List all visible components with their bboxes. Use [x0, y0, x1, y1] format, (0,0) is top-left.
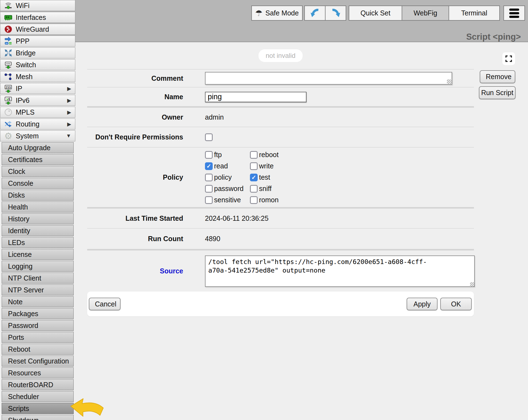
sidebar-item-reset-configuration[interactable]: Reset Configuration: [2, 356, 74, 367]
fullscreen-button[interactable]: [502, 52, 515, 65]
source-row: Source /tool fetch url="https://hc-ping.…: [87, 249, 474, 292]
comment-label: Comment: [87, 74, 183, 82]
routing-icon: [3, 119, 14, 129]
ip-icon: 255: [3, 84, 14, 93]
policy-option-reboot: reboot: [250, 151, 279, 159]
sidebar-item-auto-upgrade[interactable]: Auto Upgrade: [2, 142, 74, 153]
safe-mode-label: Safe Mode: [265, 9, 299, 17]
sidebar-item-identity[interactable]: Identity: [2, 225, 74, 236]
name-row: Name: [87, 87, 474, 106]
sidebar-item-resources[interactable]: Resources: [2, 367, 74, 378]
tab-quick-set[interactable]: Quick Set: [349, 6, 402, 21]
svg-text:v6: v6: [6, 97, 10, 101]
policy-option-policy: policy: [205, 174, 250, 181]
sidebar-item-mpls[interactable]: MPLS ▶: [0, 107, 75, 118]
policy-option-write: write: [250, 162, 279, 170]
sidebar-item-logging[interactable]: Logging: [2, 261, 74, 272]
wifi-icon: [3, 1, 14, 10]
sidebar-item-interfaces[interactable]: Interfaces: [0, 12, 75, 23]
dont-require-permissions-checkbox[interactable]: [205, 133, 213, 141]
test-checkbox[interactable]: [250, 174, 258, 181]
chevron-right-icon: ▶: [67, 97, 71, 104]
sidebar-item-reboot[interactable]: Reboot: [2, 344, 74, 355]
tab-terminal[interactable]: Terminal: [449, 6, 500, 21]
ftp-checkbox[interactable]: [205, 151, 213, 159]
sniff-checkbox[interactable]: [250, 185, 258, 193]
sidebar-item-history[interactable]: History: [2, 213, 74, 224]
sidebar-item-scheduler[interactable]: Scheduler: [2, 391, 74, 402]
status-badge: not invalid: [258, 49, 303, 62]
cancel-button[interactable]: Cancel: [89, 298, 121, 310]
sidebar-item-health[interactable]: Health: [2, 201, 74, 212]
sidebar-item-ip[interactable]: 255 IP ▶: [0, 83, 75, 94]
undo-button[interactable]: [304, 6, 326, 21]
sidebar-item-ports[interactable]: Ports: [2, 332, 74, 343]
ppp-icon: [3, 36, 14, 46]
owner-value: admin: [205, 113, 224, 121]
reboot-checkbox[interactable]: [250, 151, 258, 159]
last-time-started-label: Last Time Started: [87, 214, 183, 222]
sidebar-item-routing[interactable]: Routing ▶: [0, 119, 75, 130]
tab-webfig[interactable]: WebFig: [402, 6, 449, 21]
apply-button[interactable]: Apply: [407, 298, 438, 310]
romon-checkbox[interactable]: [250, 196, 258, 204]
chevron-right-icon: ▶: [67, 121, 71, 127]
sidebar-item-ipv6[interactable]: v6 IPv6 ▶: [0, 95, 75, 106]
umbrella-icon: ☂: [255, 8, 263, 18]
redo-button[interactable]: [325, 6, 346, 21]
sidebar-item-routerboard[interactable]: RouterBOARD: [2, 379, 74, 390]
name-input[interactable]: [205, 92, 306, 102]
sidebar-item-ntp-server[interactable]: NTP Server: [2, 284, 74, 295]
ok-button[interactable]: OK: [440, 298, 472, 310]
remove-button[interactable]: Remove: [480, 70, 515, 83]
resize-grip-icon[interactable]: [447, 79, 451, 84]
sidebar-item-disks[interactable]: Disks: [2, 190, 74, 201]
sidebar-item-console[interactable]: Console: [2, 178, 74, 189]
write-checkbox[interactable]: [250, 162, 258, 170]
sidebar-item-ppp[interactable]: PPP: [0, 36, 75, 47]
last-time-started-value: 2024-06-11 20:36:25: [205, 214, 268, 222]
sidebar-item-switch[interactable]: Switch: [0, 59, 75, 70]
switch-icon: [3, 60, 14, 69]
sidebar: WiFi Interfaces WireGuard PPP Bridge Swi…: [0, 0, 75, 420]
owner-row: Owner admin: [87, 106, 474, 127]
sidebar-item-scripts[interactable]: Scripts: [2, 403, 74, 414]
owner-label: Owner: [87, 113, 183, 121]
comment-input[interactable]: [205, 72, 452, 85]
sidebar-item-clock[interactable]: Clock: [2, 166, 74, 177]
toolbar: ☂ Safe Mode Quick Set WebFig Terminal: [251, 6, 525, 21]
sidebar-item-mesh[interactable]: Mesh: [0, 71, 75, 82]
sidebar-item-system[interactable]: ⚙ System ▼: [0, 130, 75, 141]
fullscreen-icon: [505, 55, 512, 62]
sidebar-item-license[interactable]: License: [2, 249, 74, 260]
pointer-arrow: [68, 396, 105, 420]
last-time-started-row: Last Time Started 2024-06-11 20:36:25: [87, 207, 474, 228]
sidebar-item-ntp-client[interactable]: NTP Client: [2, 273, 74, 284]
run-script-button[interactable]: Run Script: [479, 86, 516, 99]
chevron-right-icon: ▶: [67, 85, 71, 92]
menu-button[interactable]: [503, 6, 525, 21]
sidebar-item-certificates[interactable]: Certificates: [2, 154, 74, 165]
sidebar-item-wifi[interactable]: WiFi: [0, 0, 75, 11]
sidebar-item-leds[interactable]: LEDs: [2, 237, 74, 248]
sidebar-item-note[interactable]: Note: [2, 296, 74, 307]
sidebar-item-shutdown[interactable]: Shutdown: [2, 415, 74, 420]
permissions-row: Don't Require Permissions: [87, 127, 474, 147]
password-checkbox[interactable]: [205, 185, 213, 193]
comment-row: Comment: [87, 69, 474, 87]
mpls-icon: [3, 107, 14, 117]
resize-grip-icon[interactable]: [470, 282, 474, 287]
sidebar-item-packages[interactable]: Packages: [2, 308, 74, 319]
sensitive-checkbox[interactable]: [205, 196, 213, 204]
ipv6-icon: v6: [3, 96, 14, 105]
read-checkbox[interactable]: [205, 162, 213, 170]
script-form: not invalid Comment Name Owner admin Don…: [87, 42, 474, 316]
source-input[interactable]: /tool fetch url="https://hc-ping.com/620…: [205, 255, 475, 287]
dont-require-permissions-label: Don't Require Permissions: [87, 133, 183, 141]
sidebar-item-password[interactable]: Password: [2, 320, 74, 331]
policy-checkbox[interactable]: [205, 174, 213, 181]
policy-option-sensitive: sensitive: [205, 196, 250, 204]
sidebar-item-bridge[interactable]: Bridge: [0, 47, 75, 58]
sidebar-item-wireguard[interactable]: WireGuard: [0, 24, 75, 35]
safe-mode-button[interactable]: ☂ Safe Mode: [251, 6, 303, 21]
